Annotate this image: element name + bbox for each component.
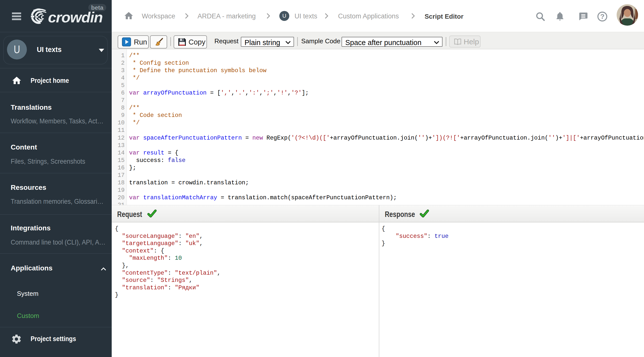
svg-text:crowdin: crowdin [48, 9, 103, 26]
svg-text:?: ? [600, 13, 604, 20]
